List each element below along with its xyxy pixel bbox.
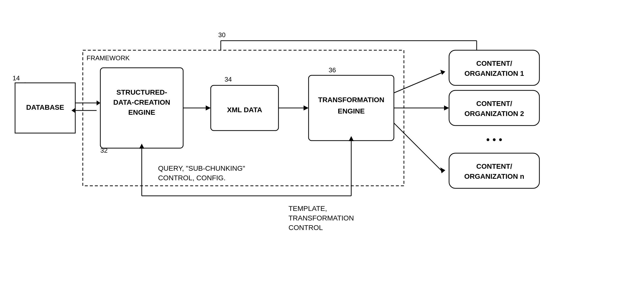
ref-14: 14 (13, 74, 20, 82)
query-label1: QUERY, "SUB-CHUNKING" (158, 164, 245, 172)
content1-box (449, 50, 539, 85)
content2-box (449, 90, 539, 126)
content2-label2: ORGANIZATION 2 (464, 110, 524, 118)
structured-engine-box (100, 68, 183, 148)
query-label2: CONTROL, CONFIG. (158, 174, 226, 182)
ref-34: 34 (225, 76, 232, 83)
diagram-container: FRAMEWORK 30 DATABASE 14 STRUCTURED- DAT… (0, 0, 644, 291)
contentn-label1: CONTENT/ (476, 162, 512, 170)
svg-line-10 (394, 123, 442, 171)
arrow-to-content2 (444, 105, 449, 110)
structured-label1: STRUCTURED- (116, 88, 167, 96)
content1-label1: CONTENT/ (476, 60, 512, 67)
transform-label2: ENGINE (338, 107, 365, 115)
ref-36: 36 (329, 66, 336, 74)
arrow-db-to-engine (97, 100, 100, 105)
arrow-to-content1 (440, 70, 445, 75)
dots: • • • (486, 134, 502, 145)
contentn-label2: ORGANIZATION n (464, 172, 524, 180)
database-label: DATABASE (26, 103, 64, 111)
content1-label2: ORGANIZATION 1 (464, 70, 524, 77)
arrow-to-contentn (440, 167, 445, 173)
template-label2: TRANSFORMATION (289, 214, 354, 222)
arrow-engine-to-xml (206, 105, 211, 110)
template-label1: TEMPLATE, (289, 205, 327, 212)
xml-label: XML DATA (227, 106, 262, 114)
structured-label3: ENGINE (128, 108, 155, 116)
structured-label2: DATA-CREATION (113, 98, 170, 106)
transform-label1: TRANSFORMATION (318, 96, 384, 104)
framework-label: FRAMEWORK (87, 54, 130, 62)
svg-line-8 (394, 73, 442, 93)
arrow-xml-to-transform (304, 105, 309, 110)
contentn-box (449, 153, 539, 188)
ref-30: 30 (218, 31, 226, 39)
template-label3: CONTROL (289, 224, 323, 231)
content2-label1: CONTENT/ (476, 100, 512, 107)
ref-32: 32 (100, 147, 108, 154)
